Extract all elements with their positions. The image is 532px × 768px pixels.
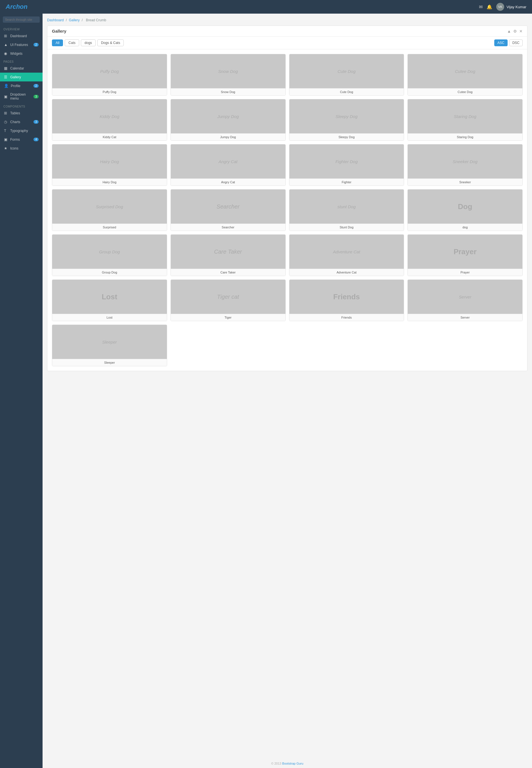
gallery-label: Surprised [52,224,167,231]
gallery-thumb: Cute Dog [289,54,404,88]
search-container [0,14,43,26]
gallery-card[interactable]: Adventure CatAdventure Cat [289,234,404,276]
calendar-icon: ▦ [4,66,8,70]
gallery-card[interactable]: Sleepy DogSleepy Dog [289,99,404,141]
sidebar-item-tables[interactable]: ⊞ Tables [0,109,43,117]
gallery-label: Fighter [289,178,404,186]
dropdown-badge: 3 [33,95,39,98]
gallery-card[interactable]: Angry CatAngry Cat [171,144,286,186]
sidebar-item-icons[interactable]: ★ Icons [0,144,43,153]
gallery-card[interactable]: Cute DogCute Dog [289,54,404,96]
gallery-card[interactable]: FriendsFriends [289,279,404,321]
filter-all[interactable]: All [52,39,63,46]
gallery-label: Care Taker [171,269,285,276]
gallery-card[interactable]: Jumpy DogJumpy Dog [171,99,286,141]
gallery-card[interactable]: Dogdog [407,189,523,231]
gallery-label: Kiddy Cat [52,133,167,140]
gallery-label: Puffy Dog [52,88,167,95]
gallery-thumb: Care Taker [171,235,285,269]
gallery-card[interactable]: Tiger catTiger [171,279,286,321]
gallery-card[interactable]: Staring DogStaring Dog [407,99,523,141]
typography-icon: T [4,129,8,133]
gallery-card[interactable]: Surprised DogSurprised [52,189,167,231]
gallery-card[interactable]: Cutee DogCutee Dog [407,54,523,96]
gallery-card[interactable]: LostLost [52,279,167,321]
close-icon[interactable]: ✕ [519,29,523,33]
sidebar-item-ui-features[interactable]: ▲ UI Features 2 [0,40,43,49]
chevron-up-icon[interactable]: ▲ [507,29,511,33]
sidebar-item-typography[interactable]: T Typography [0,126,43,135]
logo-text: Archon [6,3,28,10]
sidebar-label-widgets: Widgets [10,52,22,56]
gallery-thumb: Server [408,280,522,314]
sidebar-item-profile[interactable]: 👤 Profile 2 [0,81,43,90]
breadcrumb-gallery[interactable]: Gallery [69,18,80,22]
email-icon[interactable]: ✉ [479,4,483,10]
gallery-card[interactable]: ServerServer [407,279,523,321]
gallery-card[interactable]: Snow DogSnow Dog [171,54,286,96]
sort-dsc[interactable]: DSC [509,39,523,46]
filter-dogs-cats[interactable]: Dogs & Cats [97,39,124,46]
sidebar-item-gallery[interactable]: ☰ Gallery [0,73,43,81]
sidebar-section-components: Components [0,103,43,109]
bell-icon[interactable]: 🔔 [487,4,492,10]
gallery-card[interactable]: Care TakerCare Taker [171,234,286,276]
sidebar-item-charts[interactable]: ◷ Charts 3 [0,117,43,126]
gallery-label: Friends [289,314,404,321]
gallery-card[interactable]: Sneeker DogSneeker [407,144,523,186]
gallery-thumb: Staring Dog [408,99,522,133]
sidebar-item-dropdown-menu[interactable]: ▣ Dropdown menu 3 [0,90,43,103]
gallery-card[interactable]: PrayerPrayer [407,234,523,276]
filter-cats[interactable]: Cats [65,39,79,46]
sidebar-section-pages: Pages [0,58,43,64]
user-menu[interactable]: VK Vijay Kumar [496,3,526,11]
gallery-card[interactable]: stunt DogStunt Dog [289,189,404,231]
sidebar-label-dashboard: Dashboard [10,34,27,38]
gallery-label: Server [408,314,522,321]
gallery-card[interactable]: SleeperSleeper [52,325,167,366]
sort-asc[interactable]: ASC [494,39,508,46]
icons-icon: ★ [4,146,8,150]
sidebar-item-dashboard[interactable]: ⊞ Dashboard [0,31,43,40]
sidebar-item-calendar[interactable]: ▦ Calendar [0,64,43,73]
gallery-label: Adventure Cat [289,269,404,276]
sidebar-label-dropdown: Dropdown menu [10,92,31,100]
user-name: Vijay Kumar [506,5,526,9]
gallery-card[interactable]: Fighter DogFighter [289,144,404,186]
filter-dogs[interactable]: dogs [81,39,96,46]
gallery-card[interactable]: Puffy DogPuffy Dog [52,54,167,96]
main-content: Dashboard / Gallery / Bread Crumb Galler… [43,14,532,759]
gallery-label: Cute Dog [289,88,404,95]
sidebar-label-charts: Charts [10,120,20,124]
footer-link[interactable]: Bootstrap Guru [282,762,304,765]
logo[interactable]: Archon [6,3,28,10]
gallery-header-actions: ▲ ⚙ ✕ [507,29,523,33]
search-input[interactable] [3,16,40,23]
gallery-label: Sneeker [408,178,522,186]
sidebar-label-icons: Icons [10,146,18,150]
sidebar-item-widgets[interactable]: ◉ Widgets [0,49,43,58]
sidebar-item-forms[interactable]: ▣ Forms 4 [0,135,43,144]
gallery-thumb: Jumpy Dog [171,99,285,133]
gallery-label: Sleepy Dog [289,133,404,140]
gallery-thumb: Angry Cat [171,144,285,178]
settings-icon[interactable]: ⚙ [513,29,517,33]
breadcrumb-dashboard[interactable]: Dashboard [47,18,64,22]
gallery-card[interactable]: SearcherSearcher [171,189,286,231]
gallery-thumb: Sleeper [52,325,167,359]
sort-buttons: ASC DSC [494,39,523,46]
gallery-header: Gallery ▲ ⚙ ✕ [47,26,527,37]
profile-icon: 👤 [4,84,9,88]
gallery-label: Searcher [171,224,285,231]
gallery-label: Tiger [171,314,285,321]
gallery-card[interactable]: Hairy DogHairy Dog [52,144,167,186]
sidebar-label-gallery: Gallery [10,75,21,79]
gallery-thumb: Searcher [171,190,285,224]
gallery-card[interactable]: Group DogGroup Dog [52,234,167,276]
charts-icon: ◷ [4,120,8,124]
sidebar: Overview ⊞ Dashboard ▲ UI Features 2 ◉ W… [0,14,43,768]
tables-icon: ⊞ [4,111,8,115]
gallery-thumb: Group Dog [52,235,167,269]
gallery-card[interactable]: Kiddy DogKiddy Cat [52,99,167,141]
ui-features-icon: ▲ [4,43,8,47]
